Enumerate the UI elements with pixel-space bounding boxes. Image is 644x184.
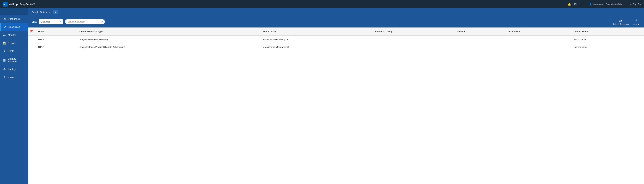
- td-policies: [454, 43, 504, 51]
- view-select-wrapper: Database Instance Cluster: [39, 19, 63, 24]
- th-host-cluster: Host/Cluster: [260, 28, 372, 36]
- table-container: 🚩 Name Oracle Database Type Host/Cluster…: [28, 28, 644, 184]
- help-icon: ?: [580, 3, 581, 6]
- sidebar-item-label: Reports: [8, 42, 16, 45]
- sidebar: ‹ ⊞ Dashboard ✔ Resources ◎ Monitor 📊 Re…: [0, 8, 28, 184]
- th-overall-status: Overall Status: [571, 28, 644, 36]
- sidebar-collapse-button[interactable]: ‹: [0, 8, 28, 15]
- sidebar-item-label: Dashboard: [8, 18, 20, 20]
- td-host: oras.internal.cloudapp.net: [260, 43, 372, 51]
- table-body: NTAP Single Instance (Multitenant) orap.…: [28, 36, 644, 51]
- sign-out-button[interactable]: ⎋ Sign Out: [630, 3, 641, 6]
- add-label: Add ▾: [634, 23, 639, 25]
- view-label: View: [32, 21, 37, 23]
- help-button[interactable]: ? ▼: [580, 3, 583, 6]
- th-policies: Policies: [454, 28, 504, 36]
- top-navigation: N NetApp SnapCenter® 🔔 ✉ ? ▼ 👤 azureuser…: [0, 0, 644, 8]
- collapse-icon: ‹: [14, 10, 14, 13]
- td-overall-status: Not protected: [571, 43, 644, 51]
- add-icon: +: [635, 18, 638, 23]
- td-resource-group: [372, 43, 454, 51]
- td-host: orap.internal.cloudapp.net: [260, 36, 372, 43]
- content-header: Oracle Database ▼: [28, 8, 644, 16]
- td-policies: [454, 36, 504, 43]
- dashboard-icon: ⊞: [3, 17, 6, 21]
- breadcrumb-dropdown-button[interactable]: ▼: [53, 10, 58, 14]
- td-resource-group: [372, 36, 454, 43]
- user-icon: 👤: [589, 3, 592, 6]
- admin-label: SnapCenterAdmin: [606, 3, 624, 6]
- top-nav-left: N NetApp SnapCenter®: [3, 2, 35, 7]
- sidebar-item-label: Settings: [8, 68, 16, 71]
- toolbar: View Database Instance Cluster ⚗ ⇄ Refre…: [28, 16, 644, 28]
- filter-icon: ⚗: [101, 21, 103, 23]
- sidebar-item-label: Hosts: [8, 50, 14, 52]
- storage-icon: ▦: [3, 59, 6, 62]
- sidebar-item-monitor[interactable]: ◎ Monitor: [0, 31, 28, 39]
- td-overall-status: Not protected: [571, 36, 644, 43]
- sidebar-item-settings[interactable]: ⚙ Settings: [0, 65, 28, 73]
- sidebar-item-reports[interactable]: 📊 Reports: [0, 39, 28, 47]
- td-name: NTAP: [36, 36, 77, 43]
- view-select[interactable]: Database Instance Cluster: [39, 19, 63, 24]
- sidebar-item-label: Monitor: [8, 34, 16, 36]
- search-input[interactable]: [65, 19, 99, 24]
- breadcrumb-label: Oracle Database: [32, 11, 51, 14]
- username-label: azureuser: [593, 3, 603, 6]
- th-oracle-type: Oracle Database Type: [77, 28, 260, 36]
- sign-out-icon: ⎋: [630, 3, 632, 6]
- sidebar-item-dashboard[interactable]: ⊞ Dashboard: [0, 15, 28, 23]
- th-name: Name: [36, 28, 77, 36]
- settings-icon: ⚙: [3, 68, 6, 71]
- refresh-resources-button[interactable]: ⇄ Refresh Resources: [611, 18, 630, 26]
- td-last-backup: [504, 36, 571, 43]
- alerts-icon: ⚠: [3, 76, 6, 79]
- reports-icon: 📊: [3, 41, 6, 45]
- refresh-icon: ⇄: [619, 19, 622, 23]
- th-flag: 🚩: [28, 28, 36, 36]
- table-row[interactable]: NTAP Single Instance Physical Standby (M…: [28, 43, 644, 51]
- search-filter-button[interactable]: ⚗: [99, 19, 105, 24]
- netapp-logo-icon: N: [3, 2, 8, 7]
- sidebar-item-alerts[interactable]: ⚠ Alerts: [0, 73, 28, 81]
- th-last-backup: Last Backup: [504, 28, 571, 36]
- flag-icon: 🚩: [30, 30, 34, 33]
- resources-table: 🚩 Name Oracle Database Type Host/Cluster…: [28, 28, 644, 51]
- td-name: NTAP: [36, 43, 77, 51]
- search-wrapper: ⚗: [65, 19, 105, 24]
- td-type: Single Instance (Multitenant): [77, 36, 260, 43]
- sidebar-item-label: Storage Systems: [8, 57, 26, 63]
- content-area: Oracle Database ▼ View Database Instance…: [28, 8, 644, 184]
- monitor-icon: ◎: [3, 33, 6, 37]
- sidebar-item-storage-systems[interactable]: ▦ Storage Systems: [0, 55, 28, 65]
- help-dropdown-icon: ▼: [581, 3, 583, 5]
- sidebar-item-label: Alerts: [8, 76, 14, 79]
- logo-text: NetApp: [8, 3, 18, 6]
- breadcrumb-dropdown-icon: ▼: [54, 11, 56, 13]
- td-flag: [28, 36, 36, 43]
- sign-out-label: Sign Out: [632, 3, 641, 6]
- sidebar-item-label: Resources: [8, 26, 20, 28]
- top-nav-right: 🔔 ✉ ? ▼ 👤 azureuser SnapCenterAdmin ⎋ Si…: [568, 3, 641, 6]
- td-flag: [28, 43, 36, 51]
- refresh-label: Refresh Resources: [612, 23, 628, 25]
- sidebar-item-hosts[interactable]: 🖥 Hosts: [0, 47, 28, 55]
- table-header-row: 🚩 Name Oracle Database Type Host/Cluster…: [28, 28, 644, 36]
- hosts-icon: 🖥: [3, 49, 6, 53]
- netapp-logo: N NetApp: [3, 2, 18, 7]
- main-layout: ‹ ⊞ Dashboard ✔ Resources ◎ Monitor 📊 Re…: [0, 8, 644, 184]
- nav-divider-2: [627, 3, 628, 6]
- td-last-backup: [504, 43, 571, 51]
- table-header: 🚩 Name Oracle Database Type Host/Cluster…: [28, 28, 644, 36]
- svg-text:N: N: [4, 4, 5, 6]
- resources-icon: ✔: [3, 25, 7, 29]
- table-row[interactable]: NTAP Single Instance (Multitenant) orap.…: [28, 36, 644, 43]
- add-button[interactable]: + Add ▾: [632, 17, 640, 26]
- td-type: Single Instance Physical Standby (Multit…: [77, 43, 260, 51]
- user-info: 👤 azureuser: [589, 3, 603, 6]
- app-title: SnapCenter®: [19, 3, 35, 6]
- sidebar-item-resources[interactable]: ✔ Resources: [0, 23, 28, 31]
- notification-bell-button[interactable]: 🔔: [568, 3, 571, 6]
- mail-button[interactable]: ✉: [574, 3, 576, 6]
- th-resource-group: Resource Group: [372, 28, 454, 36]
